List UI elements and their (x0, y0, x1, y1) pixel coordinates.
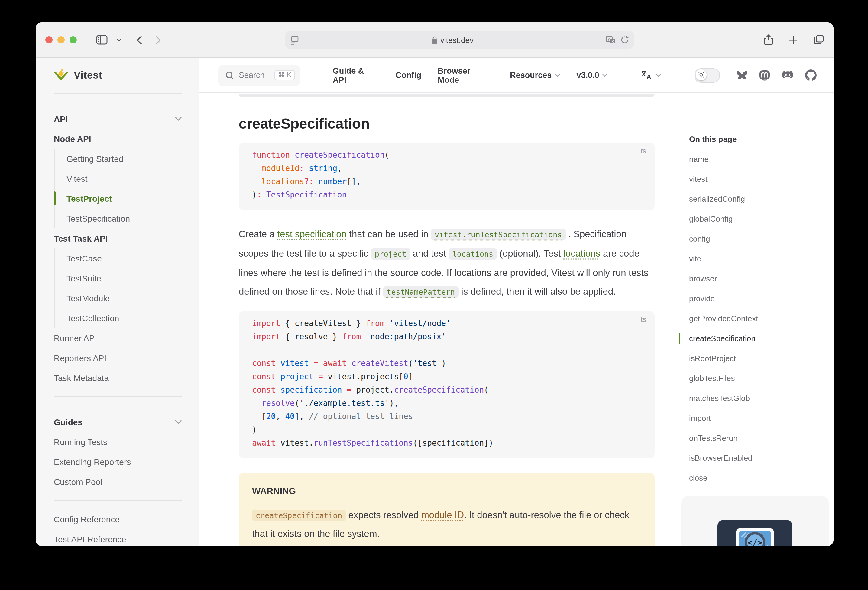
inline-code: createSpecification (252, 509, 346, 521)
sidebar-item-vitest[interactable]: Vitest (55, 168, 182, 188)
code-line: import { createVitest } from 'vitest/nod… (252, 317, 641, 330)
mastodon-icon[interactable] (759, 70, 770, 81)
translate-icon[interactable]: x̄A (606, 35, 617, 44)
theme-toggle[interactable] (695, 68, 720, 82)
sidebar-item-runner-api[interactable]: Runner API (54, 328, 182, 348)
inline-link[interactable]: locations (563, 248, 600, 259)
sidebar-item-extending-reporters[interactable]: Extending Reporters (54, 452, 182, 472)
sidebar-item-test-task-api[interactable]: Test Task API (54, 228, 182, 248)
vitest-logo-icon (54, 69, 68, 82)
code-line: locations?: number[], (252, 175, 641, 188)
nav-version-dropdown[interactable]: v3.0.0 (576, 71, 607, 80)
code-line (252, 343, 641, 357)
share-icon[interactable] (764, 34, 773, 45)
outline-item-getprovidedcontext[interactable]: getProvidedContext (679, 309, 830, 328)
sidebar-item-node-api[interactable]: Node API (54, 129, 182, 149)
bluesky-icon[interactable] (736, 70, 748, 80)
sidebar-nav: APINode APIGetting StartedVitestTestProj… (54, 109, 182, 546)
doc-topnav: Search ⌘ K Guide & API Config Browser Mo… (199, 58, 834, 93)
outline-item-provide[interactable]: provide (679, 289, 830, 309)
sidebar-item-task-metadata[interactable]: Task Metadata (54, 368, 182, 388)
forward-button[interactable] (155, 35, 161, 44)
outline-item-name[interactable]: name (679, 149, 830, 169)
outline-item-globtestfiles[interactable]: globTestFiles (679, 368, 830, 388)
sidebar-item-config-reference[interactable]: Config Reference (54, 509, 182, 529)
github-icon[interactable] (805, 69, 816, 81)
outline-item-matchestestglob[interactable]: matchesTestGlob (679, 388, 830, 408)
svg-text:A: A (608, 37, 611, 41)
search-placeholder: Search (239, 71, 270, 80)
nav-config[interactable]: Config (396, 71, 422, 80)
outline-item-import[interactable]: import (679, 408, 830, 428)
sponsor-card[interactable]: </> (681, 496, 829, 546)
nav-guide-api[interactable]: Guide & API (333, 66, 379, 84)
outline-item-config[interactable]: config (679, 229, 830, 249)
sidebar-section-guides[interactable]: Guides (54, 412, 182, 432)
sidebar-item-testproject[interactable]: TestProject (55, 188, 182, 208)
code-line: [20, 40], // optional test lines (252, 410, 641, 423)
nav-divider (624, 67, 624, 83)
sidebar-item-testsuite[interactable]: TestSuite (55, 268, 182, 288)
outline-item-isbrowserenabled[interactable]: isBrowserEnabled (679, 448, 830, 468)
nav-browser-mode[interactable]: Browser Mode (438, 66, 493, 84)
nav-resources-dropdown[interactable]: Resources (510, 71, 560, 80)
code-block-signature: ts function createSpecification( moduleI… (239, 143, 655, 210)
outline-item-isrootproject[interactable]: isRootProject (679, 349, 830, 368)
chevron-down-icon (602, 74, 607, 77)
sun-icon (698, 71, 705, 78)
reload-icon[interactable] (621, 35, 629, 44)
doc-scroll-area[interactable]: createSpecification ts function createSp… (199, 93, 834, 546)
sidebar-item-getting started[interactable]: Getting Started (55, 149, 182, 168)
inline-code: locations (449, 248, 497, 260)
warning-title: WARNING (252, 482, 641, 500)
sidebar-item-testcase[interactable]: TestCase (55, 248, 182, 268)
chevron-down-icon (555, 74, 560, 77)
lock-icon (431, 36, 437, 44)
address-bar[interactable]: vitest.dev x̄A (285, 31, 634, 49)
close-window-button[interactable] (45, 36, 53, 44)
screen: vitest.dev x̄A (0, 0, 868, 590)
translate-icon: xA (641, 70, 653, 80)
sidebar-item-custom-pool[interactable]: Custom Pool (54, 472, 182, 491)
search-input[interactable]: Search ⌘ K (218, 64, 300, 86)
sidebar-item-testmodule[interactable]: TestModule (55, 288, 182, 308)
outline-item-serializedconfig[interactable]: serializedConfig (679, 189, 830, 209)
sidebar-item-test-api-reference[interactable]: Test API Reference (54, 529, 182, 546)
sponsor-image: </> (717, 520, 793, 546)
minimize-window-button[interactable] (58, 36, 65, 44)
zoom-window-button[interactable] (69, 36, 77, 44)
reader-icon[interactable] (290, 35, 299, 44)
inline-link[interactable]: module ID (421, 509, 464, 519)
new-tab-icon[interactable] (789, 35, 798, 44)
sidebar-item-testcollection[interactable]: TestCollection (55, 308, 182, 328)
sidebar-item-running-tests[interactable]: Running Tests (54, 432, 182, 452)
sidebar-section-api[interactable]: API (54, 109, 182, 129)
code-lang-badge: ts (641, 316, 646, 323)
inline-link[interactable]: test specification (278, 229, 347, 239)
site-logo[interactable]: Vitest (54, 66, 182, 85)
window-controls (45, 36, 77, 44)
language-switcher[interactable]: xA (641, 70, 661, 80)
inline-code-link[interactable]: testNamePattern (383, 286, 459, 298)
sidebar-toggle-icon[interactable] (96, 35, 108, 45)
outline-item-browser[interactable]: browser (679, 269, 830, 289)
outline-item-globalconfig[interactable]: globalConfig (679, 209, 830, 229)
sidebar-chevron-icon[interactable] (116, 38, 122, 42)
outline-item-close[interactable]: close (679, 468, 830, 488)
on-this-page: On this page namevitestserializedConfigg… (679, 129, 830, 488)
back-button[interactable] (137, 35, 142, 44)
sidebar-item-reporters-api[interactable]: Reporters API (54, 348, 182, 368)
sidebar-item-testspecification[interactable]: TestSpecification (55, 208, 182, 228)
nav-divider (678, 67, 678, 83)
outline-item-vitest[interactable]: vitest (679, 169, 830, 189)
tab-overview-icon[interactable] (813, 35, 824, 45)
on-this-page-title: On this page (679, 129, 830, 149)
chevron-down-icon (656, 74, 661, 77)
search-icon (226, 71, 234, 79)
inline-code-link[interactable]: vitest.runTestSpecifications (431, 229, 565, 240)
outline-item-vite[interactable]: vite (679, 249, 830, 269)
discord-icon[interactable] (782, 71, 794, 80)
outline-item-createspecification[interactable]: createSpecification (679, 328, 830, 349)
outline-item-ontestsrerun[interactable]: onTestsRerun (679, 428, 830, 448)
previous-codeblock-edge (239, 94, 655, 97)
